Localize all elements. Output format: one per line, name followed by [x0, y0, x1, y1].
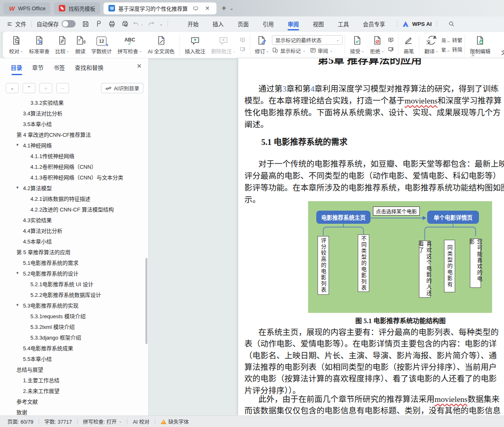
toc-item[interactable]: ▼ 2.未来工作展望	[0, 385, 148, 396]
show-markup-button[interactable]: 显示标记⌄	[272, 47, 306, 55]
collapse-triangle-icon[interactable]: ▼	[16, 303, 19, 307]
screen-share-icon[interactable]	[192, 4, 200, 12]
review-pane-button[interactable]: 审阅⌄	[310, 47, 333, 55]
more-quick-actions-chevron-icon[interactable]: ⌄	[159, 22, 163, 26]
previous-revision-icon[interactable]	[387, 37, 396, 44]
previous-comment-icon[interactable]	[239, 37, 248, 44]
toc-item[interactable]: ▼ 第 4 章改进的CNN-CF推荐算法	[0, 129, 148, 140]
sidebar-tab-chapters[interactable]: 章节	[32, 63, 44, 75]
spell-check-indicator[interactable]: 拼写检查: 打开⌄	[83, 418, 122, 425]
toc-item[interactable]: ▼ 3.3.2实验结果	[0, 97, 148, 108]
collapse-triangle-icon[interactable]: ▼	[16, 186, 19, 190]
toc-item[interactable]: ▼ 5.3电影推荐系统的实现	[0, 300, 148, 310]
toc-item[interactable]: ▼ 5.5本章小结	[0, 353, 148, 364]
wps-ai-button[interactable]: WPS AI	[402, 21, 432, 27]
word-count-indicator[interactable]: 字数: 37717	[44, 418, 72, 425]
menu-tab-home[interactable]: 开始	[180, 16, 205, 31]
toc-item[interactable]: ▼ 5.3.3django 框架介绍	[0, 332, 148, 342]
missing-font-warning[interactable]: 缺失字体	[161, 418, 189, 425]
search-icon[interactable]	[448, 20, 455, 28]
toc-item[interactable]: ▼ 4.2.2改进的 CNN-CF 算法模型结构	[0, 204, 148, 214]
toc-item[interactable]: ▼ 5.2.1电影推荐系统 UI 设计	[0, 278, 148, 289]
toc-collapse-button[interactable]: －	[56, 83, 69, 93]
toc-item[interactable]: ▼ 4.1.3卷积神经网络（CNN）与文本分类	[0, 172, 148, 182]
toc-item[interactable]: ▼ 4.2.1训练数据的特征描述	[0, 193, 148, 204]
print-icon[interactable]	[106, 18, 117, 29]
spell-check-button[interactable]: ABC✓ 拼写检查⌄	[115, 32, 145, 57]
file-menu[interactable]: 文件	[7, 20, 26, 28]
sidebar-scrollbar-thumb[interactable]	[145, 258, 147, 344]
toc-item[interactable]: ▼ 5.3.1requests 模块介绍	[0, 310, 148, 321]
standard-review-button[interactable]: 标准审查	[26, 32, 53, 57]
close-icon[interactable]: ✕	[203, 4, 212, 12]
proofread-button[interactable]: 校对⌄	[6, 32, 26, 57]
toc-item[interactable]: ▼ 4.4算法对比分析	[0, 225, 148, 236]
menu-tab-tools[interactable]: 工具	[331, 16, 356, 31]
word-count-button[interactable]: 12 字数统计	[88, 32, 115, 57]
toc-item[interactable]: ▼ 5.4电影推荐系统成果	[0, 342, 148, 353]
print-preview-icon[interactable]	[119, 18, 131, 29]
sidebar-tab-contents[interactable]: 目录	[11, 63, 22, 75]
ai-recognize-toc-button[interactable]: AI识别目录	[101, 83, 143, 93]
menu-tab-page[interactable]: 页面	[230, 16, 255, 31]
toc-item[interactable]: ▼ 4.3实验结果	[0, 214, 148, 225]
next-revision-icon[interactable]	[387, 46, 396, 53]
menu-tab-membership[interactable]: 会员专享	[356, 16, 392, 31]
toc-item[interactable]: ▼ 4.2算法模型	[0, 182, 148, 193]
toc-item[interactable]: ▼ 4.1.1传统神经网络	[0, 150, 148, 161]
read-aloud-button[interactable]: 朗读	[72, 32, 88, 57]
markup-state-dropdown[interactable]: 显示标记的最终状态 ⌄	[272, 35, 343, 45]
toc-item[interactable]: ▼ 5.2.2电影推荐系统数据库设计	[0, 289, 148, 300]
toc-item[interactable]: ▼ 1.主要工作总结	[0, 374, 148, 385]
toc-item[interactable]: ▼ 5.3.2lxml 模块介绍	[0, 321, 148, 332]
insert-comment-button[interactable]: 插入批注	[182, 32, 208, 57]
toc-item[interactable]: ▼ 4.1.2卷积神经网络（CNN）	[0, 161, 148, 172]
toc-item[interactable]: ▼ 3.5本章小结	[0, 118, 148, 129]
ai-polish-button[interactable]: AI 全文润色	[145, 32, 177, 57]
toc-item[interactable]: ▼ 总结与展望	[0, 364, 148, 374]
ink-brush-button[interactable]: 画笔	[400, 32, 417, 57]
redo-icon[interactable]	[145, 18, 157, 29]
tab-current-document[interactable]: W 基于深度学习的个性化推荐算 ✕	[104, 2, 216, 14]
toc-next-heading-button[interactable]: ⌄	[6, 83, 18, 93]
document-page[interactable]: 第5章 推荐算法的应用 通过第3章和第4章利用深度学习模型对推荐算法的研究，得到…	[238, 58, 504, 416]
ai-proof-button[interactable]: AI 校对	[133, 418, 149, 425]
collapse-triangle-icon[interactable]: ▼	[16, 271, 19, 275]
toc-item[interactable]: ▼ 第 5 章推荐算法的应用	[0, 246, 148, 257]
undo-icon[interactable]: ⌄	[132, 18, 144, 29]
toc-item[interactable]: ▼ 5.1电影推荐系统的需求	[0, 257, 148, 268]
toc-expand-button[interactable]: ＋	[39, 83, 52, 93]
toc-item[interactable]: ▼ 致谢	[0, 406, 148, 416]
export-pdf-icon[interactable]	[93, 18, 104, 29]
reject-revision-button[interactable]: 拒绝⌄	[367, 32, 387, 57]
to-simplified-button[interactable]: 繁→ 转简	[442, 46, 463, 53]
menu-tab-insert[interactable]: 插入	[205, 16, 230, 31]
sidebar-tab-find-replace[interactable]: 查找和替换	[75, 63, 104, 75]
track-changes-button[interactable]: 修订⌄	[252, 32, 272, 57]
new-tab-button[interactable]: +	[221, 3, 226, 13]
save-icon[interactable]	[80, 18, 91, 29]
sidebar-tab-bookmarks[interactable]: 书签	[53, 63, 65, 75]
menu-tab-reference[interactable]: 引用	[255, 16, 281, 31]
toc-item[interactable]: ▼ 4.5本章小结	[0, 236, 148, 246]
menu-tab-view[interactable]: 视图	[306, 16, 331, 31]
tab-docer-templates[interactable]: 找稻壳模板	[54, 2, 100, 14]
accept-revision-button[interactable]: 接受⌄	[347, 32, 367, 57]
translate-button[interactable]: 文A 翻译⌄	[421, 32, 442, 57]
menu-tab-review[interactable]: 审阅	[281, 16, 306, 31]
collapse-triangle-icon[interactable]: ▼	[16, 143, 19, 147]
autosave-toggle[interactable]	[62, 20, 76, 28]
page-indicator[interactable]: 页面: 60/79	[7, 418, 33, 425]
next-comment-icon[interactable]	[239, 46, 248, 53]
toc-item[interactable]: ▼ 参考文献	[0, 396, 148, 406]
sidebar-close-icon[interactable]: ✕	[136, 62, 142, 70]
toc-item[interactable]: ▼ 3.4算法对比分析	[0, 108, 148, 118]
tab-list-chevron-icon[interactable]: ⌄	[230, 6, 233, 11]
to-traditional-button[interactable]: 简→ 转繁	[442, 36, 463, 44]
compare-button[interactable]: 比较⌄	[53, 32, 73, 57]
toc-item[interactable]: ▼ 5.2电影推荐系统的设计	[0, 268, 148, 278]
tab-wps-office[interactable]: W WPS Office	[3, 2, 51, 14]
delete-comment-button[interactable]: 删除批注⌄	[208, 32, 239, 57]
toc-item[interactable]: ▼ 4.1神经网络	[0, 140, 148, 150]
group-expand-icon[interactable]: ⇲	[471, 53, 474, 57]
